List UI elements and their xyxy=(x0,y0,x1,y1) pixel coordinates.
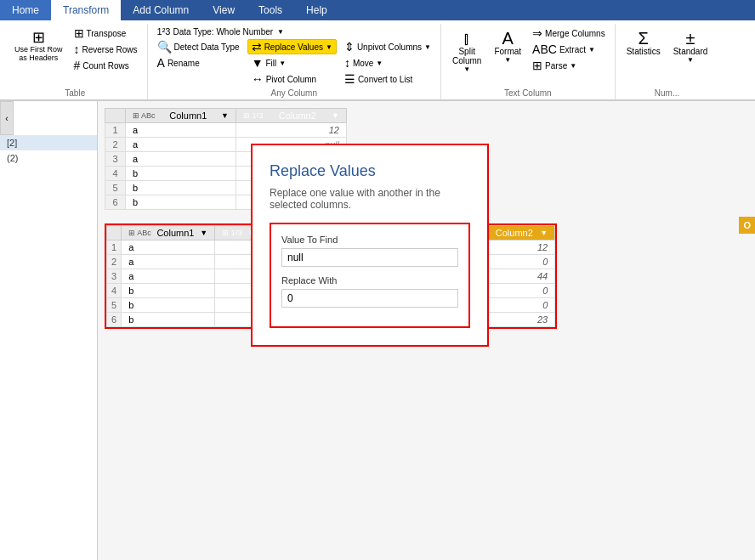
row-number-header xyxy=(105,109,126,123)
b-row1-col1: a xyxy=(122,240,215,255)
table-row: 1 a 12 xyxy=(105,123,347,138)
b-row5-col1: b xyxy=(122,298,215,313)
extract-button[interactable]: ABC Extract ▼ xyxy=(528,42,610,57)
ribbon-group-number-column: Σ Statistics ± Standard ▼ Num... xyxy=(616,24,719,99)
tab-view[interactable]: View xyxy=(201,0,247,20)
transpose-button[interactable]: ⊞ Transpose xyxy=(70,25,142,41)
count-rows-button[interactable]: # Count Rows xyxy=(70,58,142,73)
merge-columns-button[interactable]: ⇒ Merge Columns xyxy=(528,25,610,41)
main-table-container: ⊞ ABc Column1 ▼ ⊞ 1²3 Column2 ▼ xyxy=(98,101,755,217)
move-dropdown-icon[interactable]: ▼ xyxy=(376,59,383,67)
data-type-dropdown-icon[interactable]: ▼ xyxy=(277,28,284,36)
merge-label: Merge Columns xyxy=(545,29,605,38)
after-col2-dropdown[interactable]: ▼ xyxy=(540,229,548,237)
first-row-headers-button[interactable]: ⊞ Use First Rowas Headers xyxy=(9,25,69,66)
unpivot-columns-button[interactable]: ⇕ Unpivot Columns ▼ xyxy=(340,39,435,54)
content-area: ⊞ ABc Column1 ▼ ⊞ 1²3 Column2 ▼ xyxy=(98,101,755,560)
move-label: Move xyxy=(353,59,373,68)
transpose-label: Transpose xyxy=(87,29,127,38)
unpivot-label: Unpivot Columns xyxy=(357,42,422,52)
merge-icon: ⇒ xyxy=(532,27,542,39)
row-num-4: 4 xyxy=(105,167,126,181)
transpose-icon: ⊞ xyxy=(74,27,84,39)
move-button[interactable]: ↕ Move ▼ xyxy=(340,55,435,71)
column1-header: ⊞ ABc Column1 ▼ xyxy=(126,109,236,123)
statistics-button[interactable]: Σ Statistics xyxy=(621,25,667,60)
reverse-rows-label: Reverse Rows xyxy=(82,45,138,54)
before-col1-dropdown[interactable]: ▼ xyxy=(200,229,207,237)
first-row-label: Use First Rowas Headers xyxy=(14,45,63,62)
sidebar-item-query2[interactable]: (2) xyxy=(0,150,97,166)
sidebar-item-query1[interactable]: [2] xyxy=(0,135,97,150)
tab-add-column[interactable]: Add Column xyxy=(121,0,201,20)
split-column-button[interactable]: ⫿ SplitColumn ▼ xyxy=(446,25,487,77)
row-num-2: 2 xyxy=(105,138,126,152)
before-col1-icon: ⊞ ABc xyxy=(128,229,151,237)
row-num-5: 5 xyxy=(105,181,126,195)
replace-dropdown-icon[interactable]: ▼ xyxy=(326,43,332,51)
col1-dropdown[interactable]: ▼ xyxy=(221,111,229,120)
dialog-box: Value To Find Replace With xyxy=(270,223,470,328)
standard-dropdown-icon[interactable]: ▼ xyxy=(687,56,694,64)
fill-dropdown-icon[interactable]: ▼ xyxy=(279,59,286,67)
convert-icon: ☰ xyxy=(344,73,355,85)
replace-input[interactable] xyxy=(281,289,458,308)
pivot-label: Pivot Column xyxy=(266,75,316,84)
fill-button[interactable]: ▼ Fill ▼ xyxy=(247,55,337,71)
replace-values-button[interactable]: ⇄ Replace Values ▼ xyxy=(247,39,337,54)
or-label: O xyxy=(739,217,755,234)
convert-to-list-button[interactable]: ☰ Convert to List xyxy=(340,71,435,87)
unpivot-dropdown-icon[interactable]: ▼ xyxy=(424,43,431,51)
format-button[interactable]: A Format ▼ xyxy=(488,25,527,68)
standard-button[interactable]: ± Standard ▼ xyxy=(667,25,714,68)
rename-button[interactable]: A Rename xyxy=(153,55,244,71)
count-rows-icon: # xyxy=(74,59,81,71)
row4-col1: b xyxy=(126,167,236,181)
rename-label: Rename xyxy=(167,59,200,68)
tab-home[interactable]: Home xyxy=(0,0,51,20)
data-type-label: Data Type: Whole Number xyxy=(173,27,273,37)
dialog-subtitle: Replace one value with another in the se… xyxy=(270,187,470,211)
b-row-num-1: 1 xyxy=(107,240,122,255)
parse-button[interactable]: ⊞ Parse ▼ xyxy=(528,58,610,73)
before-col1-name: Column1 xyxy=(156,228,194,238)
number-column-group-label: Num... xyxy=(621,87,714,98)
statistics-icon: Σ xyxy=(639,30,649,47)
format-dropdown-icon[interactable]: ▼ xyxy=(504,56,511,64)
standard-icon: ± xyxy=(686,30,695,47)
tab-tools[interactable]: Tools xyxy=(247,0,294,20)
sidebar-collapse-button[interactable]: ‹ xyxy=(0,101,14,135)
b-row-num-6: 6 xyxy=(107,313,122,327)
pivot-column-button[interactable]: ↔ Pivot Column xyxy=(247,71,337,87)
find-input[interactable] xyxy=(281,248,458,267)
standard-label: Standard xyxy=(673,47,708,56)
fill-icon: ▼ xyxy=(252,57,264,69)
detect-icon: 🔍 xyxy=(157,41,172,53)
table-group-items: ⊞ Use First Rowas Headers ⊞ Transpose ↕ … xyxy=(9,25,142,73)
row3-col1: a xyxy=(126,152,236,167)
b-row-num-5: 5 xyxy=(107,298,122,313)
find-label: Value To Find xyxy=(281,235,458,245)
text-column-items: ⫿ SplitColumn ▼ A Format ▼ ⇒ Merge Colum… xyxy=(446,25,610,77)
column2-header: ⊞ 1²3 Column2 ▼ xyxy=(236,109,347,123)
b-row6-col1: b xyxy=(122,313,215,327)
first-row-icon: ⊞ xyxy=(32,30,45,45)
detect-label: Detect Data Type xyxy=(174,42,240,52)
extract-dropdown-icon[interactable]: ▼ xyxy=(588,46,595,54)
sidebar: ‹ [2] (2) xyxy=(0,101,98,560)
data-type-button[interactable]: 1²3 Data Type: Whole Number ▼ xyxy=(153,25,288,38)
tab-help[interactable]: Help xyxy=(294,0,339,20)
col2-name: Column2 xyxy=(279,110,316,121)
tab-transform[interactable]: Transform xyxy=(51,0,121,20)
main-layout: ‹ [2] (2) ⊞ ABc Column1 ▼ xyxy=(0,101,755,560)
parse-dropdown-icon[interactable]: ▼ xyxy=(570,62,576,70)
b-row-num-2: 2 xyxy=(107,255,122,269)
col2-dropdown[interactable]: ▼ xyxy=(332,111,339,120)
split-dropdown-icon[interactable]: ▼ xyxy=(463,65,470,73)
detect-data-type-button[interactable]: 🔍 Detect Data Type xyxy=(153,39,244,54)
ribbon-content: ⊞ Use First Rowas Headers ⊞ Transpose ↕ … xyxy=(0,20,755,100)
move-icon: ↕ xyxy=(344,57,350,69)
ribbon-group-table: ⊞ Use First Rowas Headers ⊞ Transpose ↕ … xyxy=(3,24,148,99)
row-num-1: 1 xyxy=(105,123,126,138)
reverse-rows-button[interactable]: ↕ Reverse Rows xyxy=(70,42,142,57)
